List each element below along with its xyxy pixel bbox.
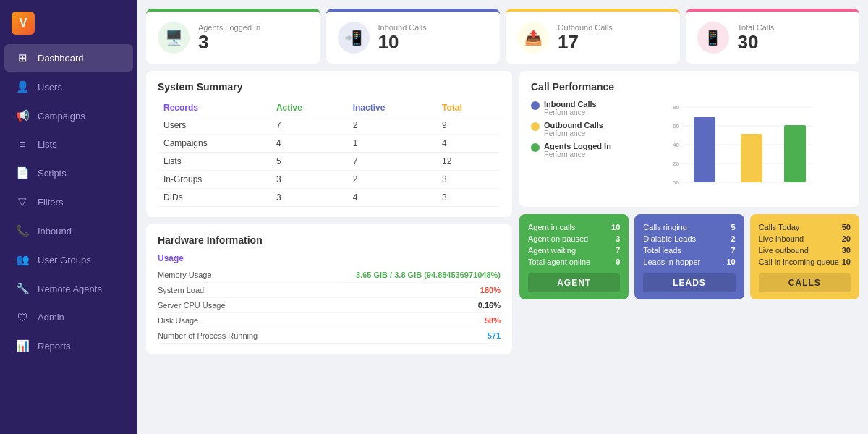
campaigns-icon: 📢 — [16, 109, 29, 122]
metric-key: Live outbound — [759, 246, 809, 255]
table-row: DIDs 3 4 3 — [158, 189, 501, 207]
hardware-title: Hardware Information — [158, 234, 501, 246]
sidebar-item-remoteagents[interactable]: 🔧 Remote Agents — [4, 275, 133, 302]
metric-key: Agent in calls — [528, 223, 575, 231]
metric-row: Total leads 7 — [643, 244, 735, 256]
stat-label-agents: Agents Logged In — [198, 23, 260, 32]
svg-text:40: 40 — [673, 142, 679, 148]
cell-record: In-Groups — [158, 171, 271, 189]
cell-total: 12 — [436, 153, 501, 171]
cell-total: 3 — [436, 171, 501, 189]
sidebar-item-admin[interactable]: 🛡 Admin — [4, 304, 133, 331]
agent-button[interactable]: AGENT — [528, 273, 620, 292]
cell-inactive: 7 — [347, 153, 436, 171]
metric-key: Leads in hopper — [643, 258, 700, 266]
hardware-card: Hardware Information Usage Memory Usage … — [146, 224, 512, 354]
sidebar-item-lists[interactable]: ≡ Lists — [4, 131, 133, 158]
table-row: In-Groups 3 2 3 — [158, 171, 501, 189]
legend-sub: Performance — [544, 109, 597, 116]
cell-inactive: 4 — [347, 189, 436, 207]
metric-row: Agent on paused 3 — [528, 233, 620, 244]
filters-icon: ▽ — [16, 195, 29, 208]
metric-row: Calls Today 50 — [759, 221, 851, 233]
legend-item: Outbound Calls Performance — [531, 121, 625, 137]
svg-rect-11 — [741, 134, 762, 182]
svg-text:00: 00 — [673, 179, 679, 186]
metric-key: Total agent online — [528, 258, 590, 266]
legend-dot — [531, 143, 540, 152]
hw-value: 58% — [485, 316, 501, 325]
legend-name: Inbound Calls — [544, 100, 597, 109]
sidebar-item-label: Admin — [38, 312, 64, 323]
system-summary-card: System Summary Records Active Inactive T… — [146, 71, 512, 217]
stat-value-total: 30 — [738, 32, 775, 53]
metric-val: 3 — [616, 234, 620, 243]
lists-icon: ≡ — [16, 138, 29, 150]
users-icon: 👤 — [16, 80, 29, 93]
metric-row: Live outbound 30 — [759, 244, 851, 256]
sidebar-item-filters[interactable]: ▽ Filters — [4, 188, 133, 216]
metric-row: Call in incoming queue 10 — [759, 256, 851, 268]
sidebar-item-label: Lists — [38, 139, 57, 150]
hw-label: System Load — [158, 286, 204, 294]
sidebar-item-reports[interactable]: 📊 Reports — [4, 332, 133, 359]
stat-card-inbound: 📲 Inbound Calls 10 — [326, 9, 501, 64]
hw-value: 3.65 GiB / 3.8 GiB (94.884536971048%) — [356, 271, 501, 279]
svg-text:80: 80 — [673, 104, 679, 111]
table-row: Lists 5 7 12 — [158, 153, 501, 171]
cell-record: Lists — [158, 153, 271, 171]
metric-card-calls: Calls Today 50 Live inbound 20 Live outb… — [750, 214, 859, 299]
sidebar-item-dashboard[interactable]: ⊞ Dashboard — [4, 44, 133, 72]
inbound-icon: 📞 — [16, 224, 29, 237]
cell-inactive: 1 — [347, 135, 436, 153]
leads-button[interactable]: LEADS — [643, 273, 735, 292]
metric-val: 50 — [842, 223, 851, 231]
stat-card-outbound: 📤 Outbound Calls 17 — [506, 9, 680, 64]
sidebar-item-campaigns[interactable]: 📢 Campaigns — [4, 102, 133, 129]
remoteagents-icon: 🔧 — [16, 282, 29, 295]
svg-text:60: 60 — [673, 123, 679, 129]
metric-row: Agent in calls 10 — [528, 221, 620, 233]
metric-key: Call in incoming queue — [759, 258, 839, 266]
cell-record: Users — [158, 116, 271, 135]
legend-item: Inbound Calls Performance — [531, 100, 625, 116]
total-calls-icon: 📱 — [697, 22, 729, 54]
call-performance-card: Call Performance Inbound Calls Performan… — [519, 71, 859, 207]
metric-val: 7 — [731, 246, 736, 255]
sidebar-item-label: Scripts — [38, 168, 67, 179]
metric-row: Dialable Leads 2 — [643, 233, 735, 244]
left-column: System Summary Records Active Inactive T… — [146, 71, 512, 425]
sidebar-item-scripts[interactable]: 📄 Scripts — [4, 159, 133, 187]
sidebar-item-label: Inbound — [38, 226, 72, 237]
metric-row: Calls ringing 5 — [643, 221, 735, 233]
metric-row: Leads in hopper 10 — [643, 256, 735, 268]
chart-legend: Inbound Calls Performance Outbound Calls… — [531, 100, 625, 197]
bottom-row: System Summary Records Active Inactive T… — [146, 71, 859, 425]
cell-inactive: 2 — [347, 171, 436, 189]
reports-icon: 📊 — [16, 339, 29, 352]
metric-card-agent: Agent in calls 10 Agent on paused 3 Agen… — [519, 214, 629, 299]
sidebar-item-inbound[interactable]: 📞 Inbound — [4, 217, 133, 244]
metric-cards-row: Agent in calls 10 Agent on paused 3 Agen… — [519, 214, 859, 299]
legend-text: Agents Logged In Performance — [544, 142, 611, 158]
calls-button[interactable]: CALLS — [759, 273, 851, 292]
sidebar-item-users[interactable]: 👤 Users — [4, 73, 133, 101]
sidebar-item-usergroups[interactable]: 👥 User Groups — [4, 246, 133, 273]
table-row: Users 7 2 9 — [158, 116, 501, 135]
metric-val: 9 — [616, 258, 620, 266]
svg-text:20: 20 — [673, 161, 679, 167]
cell-active: 3 — [271, 189, 347, 207]
stat-value-agents: 3 — [198, 32, 260, 53]
stat-label-outbound: Outbound Calls — [558, 23, 613, 32]
hardware-row: Disk Usage 58% — [158, 313, 501, 328]
cell-active: 5 — [271, 153, 347, 171]
dashboard-icon: ⊞ — [16, 51, 29, 64]
inbound-calls-icon: 📲 — [338, 22, 370, 54]
logo-icon: V — [12, 12, 35, 35]
cell-active: 3 — [271, 171, 347, 189]
metric-key: Calls ringing — [643, 223, 687, 231]
metric-key: Calls Today — [759, 223, 800, 231]
hw-label: Number of Process Running — [158, 331, 258, 340]
scripts-icon: 📄 — [16, 166, 29, 179]
metric-val: 30 — [842, 246, 851, 255]
